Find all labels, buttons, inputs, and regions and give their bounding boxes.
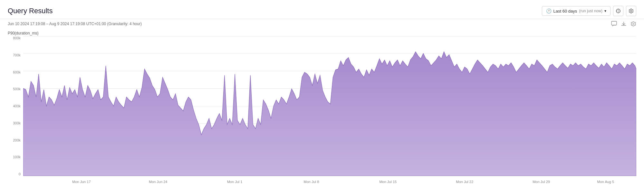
x-label-jul22: Mon Jul 22: [456, 180, 473, 184]
y-axis-label: P90(duration_ms): [8, 29, 636, 36]
subheader: Jun 10 2024 17:19:08 – Aug 9 2024 17:19:…: [0, 19, 644, 29]
y-axis: 800k 700k 600k 500k 400k 300k 200k 100k …: [8, 36, 23, 185]
time-range-text: Jun 10 2024 17:19:08 – Aug 9 2024 17:19:…: [8, 22, 142, 26]
x-label-jul15: Mon Jul 15: [379, 180, 397, 184]
x-label-jun17: Mon Jun 17: [72, 180, 91, 184]
y-tick-500k: 500k: [13, 87, 21, 91]
page: Query Results 🕐 Last 60 days (run just n…: [0, 0, 644, 185]
time-range-button[interactable]: 🕐 Last 60 days (run just now) ▾: [542, 6, 610, 16]
svg-point-1: [618, 11, 619, 12]
y-tick-200k: 200k: [13, 138, 21, 142]
x-label-jul1: Mon Jul 1: [227, 180, 243, 184]
x-label-jul8: Mon Jul 8: [304, 180, 319, 184]
settings-button[interactable]: [626, 6, 636, 16]
y-tick-100k: 100k: [13, 155, 21, 159]
area-chart: [23, 36, 636, 176]
settings-icon: [629, 8, 634, 14]
time-range-run: (run just now): [579, 9, 602, 13]
crosshair-button[interactable]: [613, 6, 623, 16]
comment-icon[interactable]: [611, 21, 617, 28]
x-label-aug5: Mon Aug 5: [597, 180, 614, 184]
time-range-label: Last 60 days: [553, 9, 577, 14]
clock-icon: 🕐: [546, 8, 552, 14]
x-label-jun24: Mon Jun 24: [149, 180, 167, 184]
y-tick-300k: 300k: [13, 121, 21, 125]
chart-settings-icon[interactable]: [630, 21, 636, 28]
header: Query Results 🕐 Last 60 days (run just n…: [0, 0, 644, 19]
chevron-down-icon: ▾: [604, 9, 606, 13]
y-tick-700k: 700k: [13, 53, 21, 57]
page-title: Query Results: [8, 7, 53, 15]
header-controls: 🕐 Last 60 days (run just now) ▾: [542, 6, 636, 16]
svg-rect-6: [611, 21, 617, 25]
chart-container: P90(duration_ms) 800k 700k 600k 500k 400…: [0, 29, 644, 185]
y-tick-800k: 800k: [13, 36, 21, 40]
y-tick-600k: 600k: [13, 70, 21, 74]
y-tick-0: 0: [19, 172, 21, 176]
chart-inner: Mon Jun 17 Mon Jun 24 Mon Jul 1 Mon Jul …: [23, 36, 636, 185]
crosshair-icon: [616, 8, 621, 14]
x-label-jul29: Mon Jul 29: [533, 180, 550, 184]
x-axis: Mon Jun 17 Mon Jun 24 Mon Jul 1 Mon Jul …: [23, 176, 636, 185]
y-tick-400k: 400k: [13, 104, 21, 108]
chart-area: 800k 700k 600k 500k 400k 300k 200k 100k …: [8, 36, 636, 185]
download-icon[interactable]: [621, 21, 627, 28]
